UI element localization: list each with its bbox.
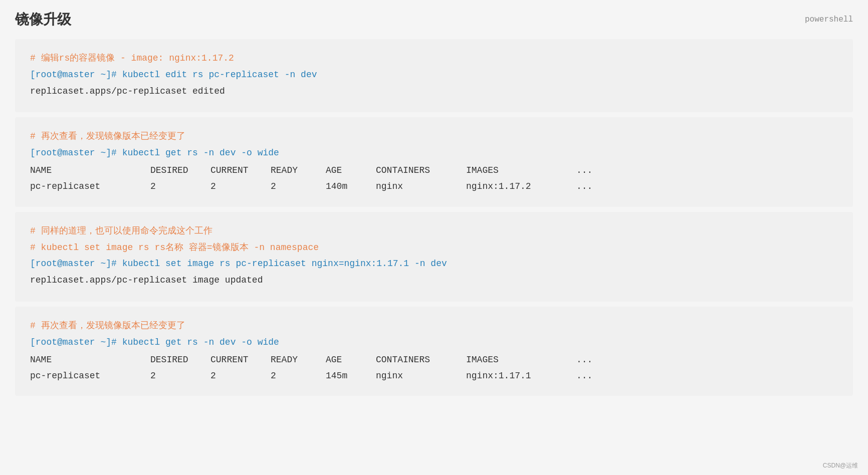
col-header-desired-2: DESIRED [150,352,210,368]
col-header-ready-1: READY [271,162,326,178]
code-block-3: # 同样的道理，也可以使用命令完成这个工作 # kubectl set imag… [15,212,853,302]
cell-images-2-1: nginx:1.17.1 [466,368,576,384]
cell-containers-2-1: nginx [376,368,466,384]
comment-line-5: # 再次查看，发现镜像版本已经变更了 [30,319,838,333]
cell-ready-2-1: 2 [271,368,326,384]
comment-line-3: # 同样的道理，也可以使用命令完成这个工作 [30,224,838,239]
col-header-dots-1: ... [576,162,606,178]
table-1: NAME DESIRED CURRENT READY AGE CONTAINER… [30,162,838,195]
col-header-current-1: CURRENT [210,162,271,178]
code-block-4: # 再次查看，发现镜像版本已经变更了 [root@master ~]# kube… [15,307,853,396]
cell-age-2-1: 145m [326,368,376,384]
col-header-age-1: AGE [326,162,376,178]
col-header-current-2: CURRENT [210,352,271,368]
command-line-4: [root@master ~]# kubectl get rs -n dev -… [30,335,838,350]
top-bar: 镜像升级 powershell [15,10,853,29]
col-header-images-1: IMAGES [466,162,576,178]
table-2-row-1: pc-replicaset 2 2 2 145m nginx nginx:1.1… [30,368,838,384]
cell-desired-2-1: 2 [150,368,210,384]
cell-dots-1-1: ... [576,178,606,194]
cell-desired-1-1: 2 [150,178,210,194]
comment-line-1: # 编辑rs的容器镜像 - image: nginx:1.17.2 [30,51,838,66]
page-title: 镜像升级 [15,10,71,29]
col-header-name-2: NAME [30,352,150,368]
output-line-2: replicaset.apps/pc-replicaset image upda… [30,273,838,288]
cell-ready-1-1: 2 [271,178,326,194]
cell-containers-1-1: nginx [376,178,466,194]
cell-current-1-1: 2 [210,178,271,194]
col-header-images-2: IMAGES [466,352,576,368]
code-block-1: # 编辑rs的容器镜像 - image: nginx:1.17.2 [root@… [15,39,853,112]
cell-name-2-1: pc-replicaset [30,368,150,384]
cell-images-1-1: nginx:1.17.2 [466,178,576,194]
page-container: 镜像升级 powershell # 编辑rs的容器镜像 - image: ngi… [0,0,868,475]
output-line-1: replicaset.apps/pc-replicaset edited [30,84,838,99]
col-header-dots-2: ... [576,352,606,368]
code-block-2: # 再次查看，发现镜像版本已经变更了 [root@master ~]# kube… [15,117,853,206]
comment-line-4: # kubectl set image rs rs名称 容器=镜像版本 -n n… [30,241,838,255]
comment-line-2: # 再次查看，发现镜像版本已经变更了 [30,129,838,144]
col-header-name-1: NAME [30,162,150,178]
command-line-1: [root@master ~]# kubectl edit rs pc-repl… [30,68,838,82]
powershell-label: powershell [805,15,853,24]
cell-age-1-1: 140m [326,178,376,194]
bottom-credit: CSDN@运维 [823,461,858,470]
col-header-desired-1: DESIRED [150,162,210,178]
table-2: NAME DESIRED CURRENT READY AGE CONTAINER… [30,352,838,384]
table-2-header: NAME DESIRED CURRENT READY AGE CONTAINER… [30,352,838,368]
command-line-2: [root@master ~]# kubectl get rs -n dev -… [30,146,838,160]
col-header-containers-1: CONTAINERS [376,162,466,178]
table-1-row-1: pc-replicaset 2 2 2 140m nginx nginx:1.1… [30,178,838,194]
cell-current-2-1: 2 [210,368,271,384]
col-header-ready-2: READY [271,352,326,368]
col-header-age-2: AGE [326,352,376,368]
table-1-header: NAME DESIRED CURRENT READY AGE CONTAINER… [30,162,838,178]
cell-dots-2-1: ... [576,368,606,384]
cell-name-1-1: pc-replicaset [30,178,150,194]
command-line-3: [root@master ~]# kubectl set image rs pc… [30,257,838,271]
col-header-containers-2: CONTAINERS [376,352,466,368]
